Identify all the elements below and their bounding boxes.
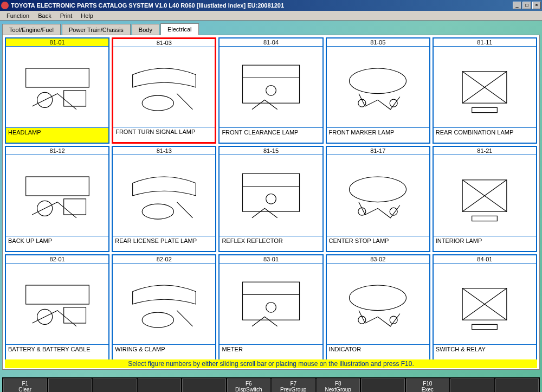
tab-body[interactable]: Body [132, 24, 159, 35]
window-titlebar: TOYOTA ELECTRONIC PARTS CATALOG SYSTEM V… [0, 0, 542, 11]
part-card-81-05[interactable]: 81-05FRONT MARKER LAMP [326, 37, 430, 144]
status-message: Select figure numbers by either sliding … [5, 359, 537, 368]
part-card-81-17[interactable]: 81-17CENTER STOP LAMP [326, 146, 430, 252]
part-diagram [327, 47, 429, 127]
window-controls: _ □ × [513, 2, 541, 9]
fkey-blank [182, 378, 226, 392]
part-card-83-01[interactable]: 83-01METER [218, 254, 323, 361]
part-card-82-02[interactable]: 82-02WIRING & CLAMP [112, 254, 216, 361]
part-card-81-11[interactable]: 81-11REAR COMBINATION LAMP [433, 37, 537, 144]
part-label: FRONT MARKER LAMP [327, 127, 429, 143]
window-title: TOYOTA ELECTRONIC PARTS CATALOG SYSTEM V… [11, 2, 513, 9]
fkey-f1[interactable]: F1Clear [3, 378, 47, 392]
menu-back[interactable]: Back [34, 11, 55, 20]
parts-grid: 81-01HEADLAMP81-03FRONT TURN SIGNAL LAMP… [5, 37, 537, 361]
part-card-83-02[interactable]: 83-02INDICATOR [326, 254, 430, 361]
part-card-82-01[interactable]: 82-01BATTERY & BATTERY CABLE [5, 254, 109, 361]
part-label: METER [220, 344, 322, 359]
svg-line-19 [177, 202, 192, 217]
part-diagram [113, 155, 215, 236]
fkey-f10[interactable]: F10Exec [406, 378, 450, 392]
svg-rect-30 [25, 285, 89, 304]
part-code: 83-01 [220, 255, 322, 264]
part-diagram [6, 155, 108, 236]
part-label: BATTERY & BATTERY CABLE [6, 344, 108, 359]
part-label: INDICATOR [327, 344, 429, 359]
svg-point-33 [142, 312, 173, 327]
part-code: 81-21 [434, 147, 536, 155]
svg-point-25 [390, 208, 397, 215]
part-card-81-15[interactable]: 81-15REFLEX REFLECTOR [218, 146, 323, 252]
svg-rect-29 [472, 216, 498, 221]
fkey-blank [495, 378, 539, 392]
svg-point-18 [142, 204, 173, 219]
part-card-81-12[interactable]: 81-12BACK UP LAMP [5, 146, 109, 252]
svg-point-3 [142, 95, 173, 111]
svg-point-23 [350, 177, 406, 202]
minimize-button[interactable]: _ [513, 2, 521, 9]
menu-bar: Function Back Print Help [0, 11, 542, 21]
maximize-button[interactable]: □ [522, 2, 531, 9]
part-label: REFLEX REFLECTOR [220, 236, 322, 251]
part-card-81-13[interactable]: 81-13REAR LICENSE PLATE LAMP [112, 146, 216, 252]
part-diagram [113, 264, 215, 344]
app-icon [1, 2, 9, 9]
close-button[interactable]: × [532, 2, 541, 9]
part-card-81-01[interactable]: 81-01HEADLAMP [5, 37, 109, 144]
part-code: 83-02 [327, 255, 429, 264]
fkey-blank [138, 378, 182, 392]
part-card-81-21[interactable]: 81-21INTERIOR LAMP [433, 146, 537, 252]
tab-power-train-chassis[interactable]: Power Train/Chassis [62, 24, 131, 35]
part-diagram [6, 264, 108, 344]
part-code: 81-13 [113, 147, 215, 155]
part-code: 81-11 [434, 38, 536, 47]
part-code: 81-12 [6, 147, 108, 155]
part-diagram [113, 47, 215, 127]
part-diagram [434, 47, 536, 127]
part-label: SWITCH & RELAY [434, 344, 536, 359]
svg-rect-35 [242, 282, 299, 320]
part-label: FRONT TURN SIGNAL LAMP [113, 127, 215, 142]
svg-point-22 [266, 194, 276, 204]
part-diagram [434, 264, 536, 344]
function-key-bar: F1ClearF6DispSwitchF7PrevGroupF8NextGrou… [2, 377, 540, 392]
part-diagram [220, 47, 322, 127]
svg-rect-15 [25, 177, 89, 196]
part-code: 81-04 [220, 38, 322, 47]
svg-rect-17 [63, 198, 86, 214]
part-card-81-04[interactable]: 81-04FRONT CLEARANCE LAMP [218, 37, 323, 144]
part-card-84-01[interactable]: 84-01SWITCH & RELAY [433, 254, 537, 361]
svg-point-40 [390, 316, 397, 324]
part-label: CENTER STOP LAMP [327, 236, 429, 251]
tab-tool-engine-fuel[interactable]: Tool/Engine/Fuel [2, 24, 61, 35]
svg-point-7 [266, 85, 276, 95]
svg-point-37 [266, 302, 276, 312]
menu-print[interactable]: Print [56, 11, 77, 20]
menu-function[interactable]: Function [2, 11, 34, 20]
part-code: 81-01 [6, 38, 108, 47]
fkey-blank [93, 378, 137, 392]
part-label: FRONT CLEARANCE LAMP [220, 127, 322, 143]
svg-rect-44 [472, 324, 498, 329]
fkey-blank [48, 378, 92, 392]
svg-line-4 [177, 93, 192, 109]
content-area: 81-01HEADLAMP81-03FRONT TURN SIGNAL LAMP… [2, 35, 540, 370]
part-card-81-03[interactable]: 81-03FRONT TURN SIGNAL LAMP [112, 37, 216, 144]
part-diagram [327, 155, 429, 236]
part-diagram [220, 264, 322, 344]
tab-bar: Tool/Engine/FuelPower Train/ChassisBodyE… [2, 23, 540, 35]
menu-help[interactable]: Help [76, 11, 98, 20]
part-label: BACK UP LAMP [6, 236, 108, 251]
fkey-f7[interactable]: F7PrevGroup [272, 378, 315, 392]
part-code: 84-01 [434, 255, 536, 264]
svg-rect-0 [25, 68, 89, 87]
fkey-f6[interactable]: F6DispSwitch [227, 378, 271, 392]
part-code: 82-02 [113, 255, 215, 264]
svg-line-34 [177, 310, 192, 326]
fkey-f8[interactable]: F8NextGroup [317, 378, 360, 392]
fkey-blank [450, 378, 494, 392]
part-code: 81-05 [327, 38, 429, 47]
tab-electrical[interactable]: Electrical [160, 23, 199, 35]
svg-point-10 [390, 99, 397, 107]
svg-rect-2 [63, 90, 86, 106]
